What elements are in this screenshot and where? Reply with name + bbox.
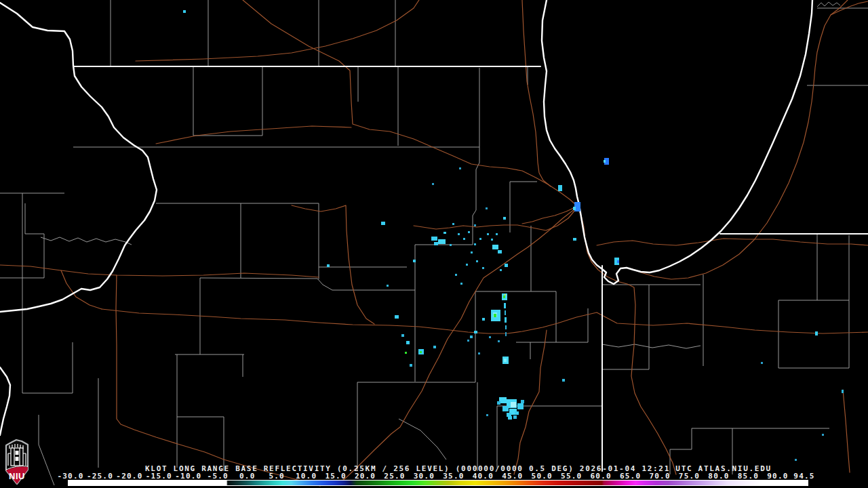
radar-echo bbox=[515, 411, 519, 415]
radar-echo bbox=[413, 260, 416, 262]
radar-echo bbox=[405, 352, 407, 354]
radar-echo bbox=[500, 269, 502, 271]
radar-echo bbox=[842, 390, 844, 393]
radar-echo bbox=[460, 283, 462, 285]
radar-echo bbox=[381, 222, 385, 225]
radar-echo bbox=[492, 245, 498, 249]
radar-echo bbox=[463, 238, 465, 240]
radar-echo bbox=[486, 414, 488, 416]
colorbar-tick-labels: -30.0-25.0-20.0-15.0-10.0-5.00.05.010.01… bbox=[0, 472, 868, 479]
radar-echo bbox=[467, 340, 469, 342]
colorbar-gradient bbox=[68, 481, 808, 485]
radar-echo bbox=[468, 231, 470, 233]
radar-echo bbox=[450, 244, 452, 246]
radar-echo bbox=[504, 303, 506, 308]
radar-echo bbox=[505, 325, 507, 329]
radar-echo bbox=[815, 331, 818, 336]
radar-echo bbox=[486, 207, 488, 209]
radar-echo bbox=[476, 260, 478, 262]
radar-echo bbox=[505, 332, 507, 336]
radar-echo bbox=[505, 294, 506, 296]
radar-echo bbox=[511, 402, 516, 407]
radar-echo bbox=[420, 351, 422, 353]
radar-echo bbox=[479, 238, 481, 240]
radar-echo bbox=[573, 238, 576, 241]
radar-echo bbox=[604, 160, 606, 163]
radar-echo bbox=[489, 336, 491, 338]
radar-echo bbox=[474, 224, 476, 226]
radar-echo bbox=[562, 379, 565, 382]
radar-echo bbox=[455, 274, 457, 276]
radar-echo bbox=[505, 310, 506, 315]
radar-echo bbox=[474, 331, 477, 333]
radar-echo bbox=[497, 401, 500, 405]
radar-echo bbox=[617, 260, 619, 263]
colorbar bbox=[68, 480, 808, 486]
radar-echo bbox=[470, 336, 473, 338]
radar-echo bbox=[482, 267, 484, 269]
radar-echo bbox=[471, 251, 473, 253]
radar-echo bbox=[395, 315, 399, 319]
radar-echo bbox=[406, 341, 410, 344]
radar-map bbox=[0, 0, 868, 488]
radar-echo bbox=[496, 233, 498, 235]
radar-echo bbox=[505, 317, 507, 323]
state-borders bbox=[73, 66, 868, 471]
radar-echo bbox=[466, 264, 468, 266]
radar-echo bbox=[327, 264, 330, 267]
radar-echo bbox=[558, 185, 562, 191]
radar-display: NIU KLOT LONG RANGE BASE REFLECTIVITY (0… bbox=[0, 0, 868, 488]
radar-echo bbox=[433, 346, 436, 348]
radar-echo bbox=[508, 416, 512, 420]
radar-echo bbox=[498, 340, 500, 342]
radar-echo bbox=[795, 459, 797, 461]
radar-echo bbox=[434, 242, 438, 245]
radar-echo bbox=[431, 237, 437, 241]
radar-echo-layer bbox=[183, 10, 844, 461]
radar-echo bbox=[503, 217, 506, 220]
radar-echo bbox=[401, 334, 404, 337]
radar-echo bbox=[459, 167, 461, 169]
radar-echo bbox=[513, 415, 517, 419]
radar-echo bbox=[410, 364, 412, 367]
radar-echo bbox=[517, 403, 524, 409]
radar-echo bbox=[458, 233, 460, 235]
radar-echo bbox=[822, 434, 824, 436]
radar-echo bbox=[504, 359, 507, 362]
radar-echo bbox=[502, 406, 509, 411]
radar-echo bbox=[487, 233, 489, 235]
lake-shoreline bbox=[0, 0, 840, 435]
radar-echo bbox=[521, 400, 524, 403]
radar-echo bbox=[438, 239, 446, 244]
radar-echo bbox=[761, 362, 763, 364]
radar-echo bbox=[183, 10, 186, 13]
radar-echo bbox=[474, 243, 476, 245]
radar-echo bbox=[452, 223, 454, 225]
radar-echo bbox=[503, 296, 505, 298]
radar-echo bbox=[505, 264, 508, 267]
radar-echo bbox=[498, 250, 502, 253]
radar-echo bbox=[491, 239, 493, 241]
radar-echo bbox=[478, 352, 480, 354]
radar-echo bbox=[432, 183, 434, 185]
radar-echo bbox=[443, 232, 446, 234]
radar-echo bbox=[482, 318, 485, 321]
radar-echo bbox=[387, 285, 389, 287]
radar-echo bbox=[494, 314, 496, 317]
radar-echo bbox=[573, 207, 576, 210]
